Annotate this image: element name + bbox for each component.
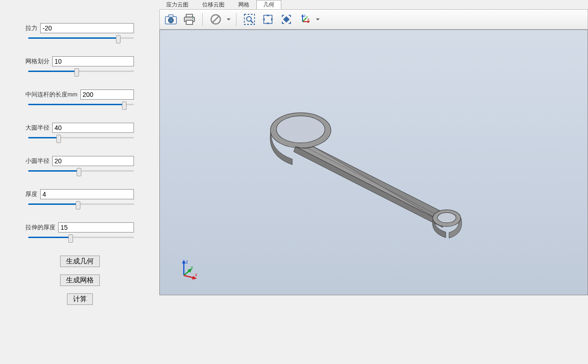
zoom-extents-button[interactable] xyxy=(278,12,295,27)
param-tension: 拉力 xyxy=(25,23,134,42)
svg-text:z: z xyxy=(186,259,188,264)
svg-line-9 xyxy=(212,16,219,23)
tab-geometry[interactable]: 几何 xyxy=(256,0,281,9)
svg-line-12 xyxy=(251,21,253,23)
generate-mesh-button[interactable]: 生成网格 xyxy=(60,274,100,286)
printer-icon xyxy=(183,14,195,25)
svg-rect-13 xyxy=(264,15,272,24)
mesh-slider[interactable] xyxy=(28,68,134,75)
param-label: 拉力 xyxy=(25,24,37,32)
param-label: 中间连杆的长度mm xyxy=(25,90,78,99)
axis-icon: Z X Y xyxy=(299,13,311,25)
axis-triad-icon: z y x xyxy=(178,258,201,281)
screenshot-button[interactable] xyxy=(163,12,179,27)
param-label: 小圆半径 xyxy=(25,157,49,165)
big-radius-input[interactable] xyxy=(52,123,134,133)
svg-text:Y: Y xyxy=(306,15,309,19)
pan-button[interactable] xyxy=(260,12,276,27)
svg-point-7 xyxy=(192,18,193,19)
thickness-slider[interactable] xyxy=(28,201,134,208)
param-label: 网格划分 xyxy=(25,57,49,66)
param-rod-length: 中间连杆的长度mm xyxy=(25,90,134,108)
zoom-box-icon xyxy=(243,13,255,25)
extrude-thickness-input[interactable] xyxy=(58,222,134,233)
view-orientation-button[interactable]: Z X Y xyxy=(297,12,313,27)
pan-icon xyxy=(262,13,274,25)
tab-mesh[interactable]: 网格 xyxy=(231,0,256,9)
param-label: 厚度 xyxy=(25,190,37,198)
param-thickness: 厚度 xyxy=(25,189,134,208)
extrude-thickness-slider[interactable] xyxy=(28,234,134,241)
svg-line-23 xyxy=(306,148,444,219)
zoom-box-button[interactable] xyxy=(241,12,258,27)
camera-icon xyxy=(165,14,177,24)
svg-rect-1 xyxy=(169,15,173,17)
small-radius-slider[interactable] xyxy=(28,168,134,174)
parameter-sidebar: 拉力 网格划分 中间连杆的长度mm xyxy=(0,0,159,364)
chevron-down-icon xyxy=(227,18,230,21)
tension-slider[interactable] xyxy=(28,35,134,42)
small-radius-input[interactable] xyxy=(52,156,134,166)
svg-point-11 xyxy=(247,17,251,21)
compute-button[interactable]: 计算 xyxy=(67,293,93,305)
param-label: 拉伸的厚度 xyxy=(25,223,55,232)
big-radius-slider[interactable] xyxy=(28,135,134,141)
svg-rect-4 xyxy=(186,14,193,17)
tab-stress[interactable]: 应力云图 xyxy=(159,0,195,9)
svg-rect-6 xyxy=(186,20,193,24)
geometry-viewport[interactable]: z y x xyxy=(159,30,588,295)
thickness-input[interactable] xyxy=(40,189,134,199)
viewport-toolbar: Z X Y xyxy=(159,9,588,30)
view-dropdown[interactable] xyxy=(315,18,321,21)
param-big-radius: 大圆半径 xyxy=(25,123,134,141)
svg-point-25 xyxy=(437,213,456,223)
param-mesh: 网格划分 xyxy=(25,56,134,75)
mesh-input[interactable] xyxy=(52,56,134,66)
tab-bar: 应力云图 位移云图 网格 几何 xyxy=(159,0,588,9)
param-small-radius: 小圆半径 xyxy=(25,156,134,174)
svg-point-22 xyxy=(277,116,325,143)
connecting-rod-model xyxy=(160,30,588,295)
param-extrude-thickness: 拉伸的厚度 xyxy=(25,222,134,241)
chevron-down-icon xyxy=(316,18,320,21)
no-selection-icon xyxy=(210,13,222,25)
selection-dropdown[interactable] xyxy=(226,18,231,21)
rod-length-input[interactable] xyxy=(80,90,134,100)
tab-displacement[interactable]: 位移云图 xyxy=(195,0,231,9)
zoom-extents-icon xyxy=(280,13,292,25)
selection-filter-button[interactable] xyxy=(207,12,224,27)
svg-text:x: x xyxy=(195,272,197,277)
print-button[interactable] xyxy=(181,12,198,27)
param-label: 大圆半径 xyxy=(25,124,49,132)
tension-input[interactable] xyxy=(40,23,134,33)
svg-text:y: y xyxy=(191,265,193,270)
generate-geometry-button[interactable]: 生成几何 xyxy=(60,256,100,267)
rod-length-slider[interactable] xyxy=(28,101,134,108)
svg-rect-14 xyxy=(283,16,290,23)
svg-point-3 xyxy=(170,19,172,22)
main-area: 应力云图 位移云图 网格 几何 xyxy=(159,0,588,364)
